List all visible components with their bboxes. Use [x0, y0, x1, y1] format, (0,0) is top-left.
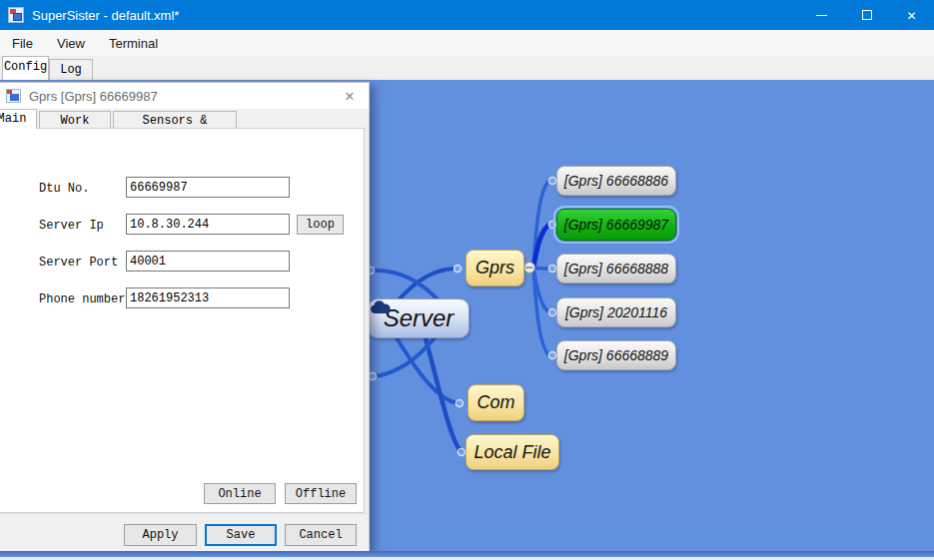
- node-gprs-label: Gprs: [475, 258, 514, 279]
- collapse-toggle-icon: [524, 263, 535, 274]
- dtu-no-label: Dtu No.: [39, 182, 89, 196]
- apply-button[interactable]: Apply: [124, 524, 197, 546]
- dtu-no-input[interactable]: [126, 177, 290, 198]
- window-controls: [799, 0, 934, 30]
- cancel-button[interactable]: Cancel: [285, 524, 357, 546]
- node-child-label: [Gprs] 66668888: [564, 261, 668, 277]
- dialog-tab-work-modal[interactable]: Work Modal: [39, 111, 111, 129]
- node-gprs-66668886[interactable]: [Gprs] 66668886: [556, 166, 676, 196]
- node-child-label: [Gprs] 66668886: [564, 173, 668, 189]
- node-gprs-66669987-selected[interactable]: [Gprs] 66669987: [556, 209, 676, 241]
- app-icon: [8, 7, 24, 23]
- node-server[interactable]: Server: [368, 298, 469, 338]
- node-local-file[interactable]: Local File: [466, 434, 559, 470]
- cloud-icon: [369, 299, 393, 315]
- phone-number-label: Phone number: [39, 292, 125, 306]
- node-gprs-66668888[interactable]: [Gprs] 66668888: [556, 254, 676, 283]
- server-ip-input[interactable]: [126, 214, 290, 235]
- node-local-file-label: Local File: [473, 442, 550, 463]
- node-child-label: [Gprs] 66668889: [564, 347, 668, 363]
- app-titlebar: SuperSister - default.xml*: [0, 0, 934, 30]
- node-gprs[interactable]: Gprs: [466, 250, 524, 286]
- menubar: File View Terminal: [0, 30, 934, 56]
- gprs-dialog: Gprs [Gprs] 66669987 Main Work Modal Sen…: [0, 82, 370, 551]
- main-tabstrip: Config Log: [0, 56, 934, 80]
- node-gprs-20201116[interactable]: [Gprs] 20201116: [556, 297, 676, 327]
- tab-log[interactable]: Log: [49, 59, 93, 80]
- dialog-titlebar: Gprs [Gprs] 66669987: [0, 83, 369, 109]
- close-icon[interactable]: [889, 0, 934, 30]
- dialog-tab-main[interactable]: Main: [0, 109, 37, 129]
- dialog-tabstrip: Main Work Modal Sensors & Confusion: [0, 109, 369, 129]
- node-child-label: [Gprs] 66669987: [564, 217, 668, 233]
- dialog-form-icon: [6, 89, 21, 103]
- online-button[interactable]: Online: [204, 483, 276, 504]
- node-gprs-66668889[interactable]: [Gprs] 66668889: [556, 340, 676, 370]
- save-button[interactable]: Save: [205, 524, 277, 546]
- phone-number-input[interactable]: [126, 287, 290, 308]
- dialog-tab-sensors-confusion[interactable]: Sensors & Confusion: [113, 111, 237, 129]
- dialog-title: Gprs [Gprs] 66669987: [29, 89, 158, 104]
- node-server-label: Server: [384, 304, 455, 332]
- server-ip-label: Server Ip: [39, 219, 104, 233]
- server-port-input[interactable]: [126, 251, 290, 272]
- node-child-label: [Gprs] 20201116: [565, 304, 667, 320]
- node-com[interactable]: Com: [467, 384, 524, 421]
- offline-button[interactable]: Offline: [285, 483, 357, 504]
- minimize-icon[interactable]: [799, 0, 844, 30]
- maximize-icon[interactable]: [844, 0, 889, 30]
- dialog-close-icon[interactable]: [339, 86, 361, 106]
- app-title: SuperSister - default.xml*: [32, 8, 179, 23]
- menu-view[interactable]: View: [45, 32, 97, 55]
- server-port-label: Server Port: [39, 256, 118, 270]
- node-com-label: Com: [476, 392, 514, 413]
- menu-file[interactable]: File: [0, 32, 45, 55]
- tab-config[interactable]: Config: [2, 56, 49, 80]
- loop-button[interactable]: loop: [297, 215, 344, 235]
- menu-terminal[interactable]: Terminal: [97, 32, 170, 55]
